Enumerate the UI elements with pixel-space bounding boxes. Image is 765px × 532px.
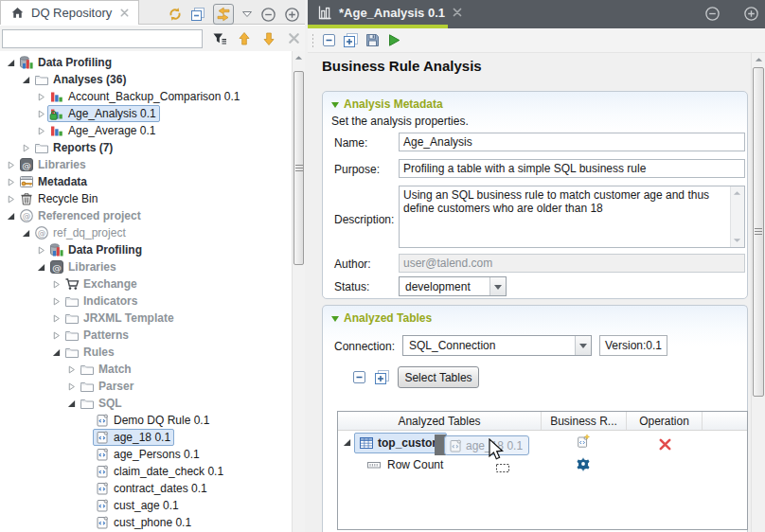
- collapse-arrow-icon[interactable]: [49, 348, 62, 357]
- toolbar-drag-handle[interactable]: [311, 33, 314, 47]
- tree-item-jrxml-template[interactable]: JRXML Template: [0, 310, 292, 327]
- filter-icon[interactable]: [212, 31, 227, 46]
- tree-item-ref-dq-project[interactable]: @ref_dq_project: [0, 224, 292, 241]
- close-tab-icon[interactable]: [118, 8, 130, 19]
- tree-item-cust-phone-0-1[interactable]: cust_phone 0.1: [0, 514, 292, 531]
- tree-item-rules[interactable]: Rules: [0, 344, 292, 361]
- scroll-up-icon[interactable]: [733, 190, 741, 196]
- tree-item-libraries[interactable]: @Libraries: [0, 258, 292, 275]
- delete-icon[interactable]: [657, 436, 672, 452]
- editor-scrollbar[interactable]: [751, 53, 765, 532]
- tree-item-reports-7[interactable]: Reports (7): [0, 139, 292, 156]
- column-header-analyzed-tables[interactable]: Analyzed Tables: [338, 412, 542, 430]
- tree-scrollbar-thumb[interactable]: [294, 71, 304, 265]
- collapse-arrow-icon[interactable]: [4, 59, 17, 67]
- tree-item-account-backup-comparison-0-1[interactable]: Account_Backup_Comparison 0.1: [0, 88, 292, 105]
- collapse-arrow-icon[interactable]: [64, 399, 78, 408]
- tree-item-patterns[interactable]: Patterns: [0, 327, 292, 344]
- tree-item-recycle-bin[interactable]: Recycle Bin: [0, 190, 292, 207]
- move-up-icon[interactable]: [237, 31, 252, 46]
- maximize-icon[interactable]: [284, 7, 300, 23]
- expand-arrow-icon[interactable]: [34, 110, 47, 118]
- expand-arrow-icon[interactable]: [19, 144, 32, 152]
- expand-table-icon[interactable]: [374, 369, 390, 385]
- tree-item-age-analysis-0-1[interactable]: Age_Analysis 0.1: [0, 105, 292, 122]
- collapse-table-icon[interactable]: [351, 369, 367, 385]
- close-editor-tab-icon[interactable]: [452, 7, 463, 18]
- collapse-all-icon[interactable]: [190, 7, 205, 22]
- minimize-icon[interactable]: [260, 7, 276, 23]
- options-gear-icon[interactable]: [576, 456, 591, 471]
- collapse-sections-icon[interactable]: [321, 32, 337, 48]
- expand-arrow-icon[interactable]: [4, 195, 17, 204]
- tree-scrollbar[interactable]: [292, 51, 305, 532]
- tree-item-exchange[interactable]: Exchange: [0, 275, 292, 293]
- tree-item-match[interactable]: Match: [0, 361, 292, 378]
- expand-arrow-icon[interactable]: [64, 382, 78, 391]
- collapse-arrow-icon[interactable]: [19, 229, 32, 238]
- tree-item-contract-dates-0-1[interactable]: contract_dates 0.1: [0, 480, 292, 497]
- expand-arrow-icon[interactable]: [49, 280, 62, 289]
- refresh-icon[interactable]: [168, 7, 183, 22]
- editor-maximize-icon[interactable]: [743, 6, 759, 22]
- selected-table-cell[interactable]: top_custom: [354, 433, 447, 453]
- analysis-metadata-header[interactable]: Analysis Metadata: [331, 97, 443, 112]
- table-row[interactable]: top_custom: [338, 432, 747, 454]
- tree-item-demo-dq-rule-0-1[interactable]: Demo DQ Rule 0.1: [0, 412, 292, 429]
- tree-item-data-profiling[interactable]: Data Profiling: [0, 241, 292, 258]
- tree-item-cust-age-0-1[interactable]: cust_age 0.1: [0, 497, 292, 514]
- column-header-operation[interactable]: Operation: [627, 412, 703, 430]
- expand-sections-icon[interactable]: [343, 32, 359, 48]
- dropdown-arrow-icon[interactable]: [575, 336, 591, 355]
- collapse-arrow-icon[interactable]: [4, 212, 17, 221]
- scroll-up-icon[interactable]: [293, 51, 305, 64]
- column-header-business-rule[interactable]: Business R...: [542, 412, 627, 430]
- move-down-icon[interactable]: [261, 31, 276, 46]
- description-textarea[interactable]: Using an SQL business rule to match cust…: [400, 186, 730, 247]
- tree-item-metadata[interactable]: Metadata: [0, 173, 292, 190]
- tab-age-analysis[interactable]: *Age_Analysis 0.1: [308, 0, 765, 25]
- view-menu-icon[interactable]: [241, 9, 253, 20]
- name-input[interactable]: [399, 133, 745, 151]
- purpose-input[interactable]: [399, 159, 745, 178]
- link-with-editor-button[interactable]: [213, 4, 234, 25]
- tree-item-libraries[interactable]: @Libraries: [0, 156, 292, 173]
- filter-input[interactable]: [2, 29, 203, 48]
- status-dropdown[interactable]: development: [399, 276, 507, 296]
- tree-item-parser[interactable]: Parser: [0, 378, 292, 395]
- scroll-up-icon[interactable]: [752, 53, 765, 66]
- expand-arrow-icon[interactable]: [49, 297, 62, 306]
- expand-arrow-icon[interactable]: [34, 246, 47, 255]
- editor-scrollbar-thumb[interactable]: [753, 67, 764, 397]
- expand-arrow-icon[interactable]: [4, 178, 17, 186]
- expand-arrow-icon[interactable]: [34, 127, 47, 135]
- dropdown-arrow-icon[interactable]: [489, 277, 506, 295]
- description-scrollbar[interactable]: [730, 186, 744, 247]
- expand-arrow-icon[interactable]: [49, 314, 62, 323]
- tab-dq-repository[interactable]: DQ Repository: [0, 0, 139, 25]
- clear-filter-icon[interactable]: [286, 31, 301, 46]
- tree-item-data-profiling[interactable]: Data Profiling: [0, 54, 292, 71]
- expand-arrow-icon[interactable]: [4, 161, 17, 169]
- table-row[interactable]: Row Count: [338, 455, 747, 474]
- expand-arrow-icon[interactable]: [34, 93, 47, 101]
- editor-minimize-icon[interactable]: [704, 6, 721, 22]
- run-icon[interactable]: [386, 32, 402, 48]
- tree-item-sql[interactable]: SQL: [0, 395, 292, 412]
- expand-arrow-icon[interactable]: [64, 365, 78, 374]
- tree-item-indicators[interactable]: Indicators: [0, 293, 292, 310]
- collapse-arrow-icon[interactable]: [19, 76, 32, 84]
- tree-item-age-persons-0-1[interactable]: age_Persons 0.1: [0, 446, 292, 463]
- tree-item-claim-date-check-0-1[interactable]: claim_date_check 0.1: [0, 463, 292, 480]
- select-tables-button[interactable]: Select Tables: [398, 366, 479, 388]
- analyzed-tables-header[interactable]: Analyzed Tables: [331, 310, 432, 326]
- expand-arrow-icon[interactable]: [343, 438, 351, 447]
- collapse-arrow-icon[interactable]: [34, 263, 47, 272]
- connection-dropdown[interactable]: SQL_Connection: [402, 335, 592, 356]
- expand-arrow-icon[interactable]: [49, 331, 62, 340]
- add-business-rule-icon[interactable]: [576, 434, 591, 449]
- tree-item-age-average-0-1[interactable]: Age_Average 0.1: [0, 122, 292, 139]
- tree-item-age-18-0-1[interactable]: age_18 0.1: [0, 429, 292, 446]
- scroll-down-icon[interactable]: [733, 238, 741, 243]
- tree-item-analyses-36[interactable]: Analyses (36): [0, 71, 292, 88]
